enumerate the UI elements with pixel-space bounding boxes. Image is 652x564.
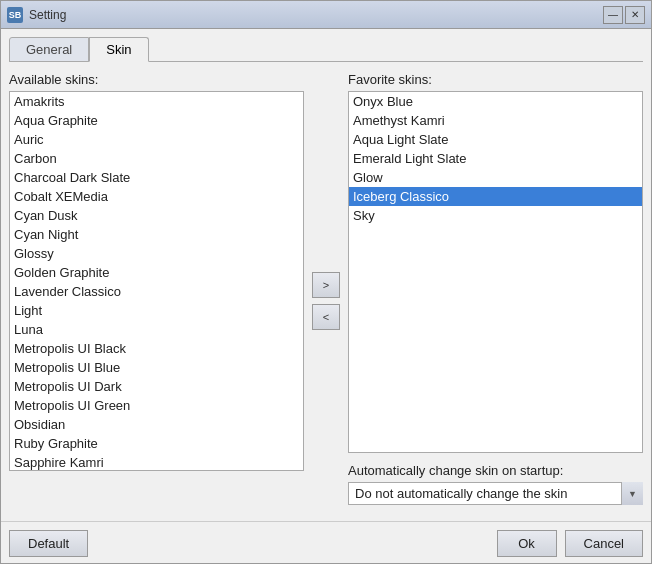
middle-buttons: > < bbox=[304, 96, 348, 505]
bottom-bar: Default Ok Cancel bbox=[1, 521, 651, 563]
remove-from-favorites-button[interactable]: < bbox=[312, 304, 340, 330]
favorite-skins-label: Favorite skins: bbox=[348, 72, 643, 87]
favorite-skin-item[interactable]: Aqua Light Slate bbox=[349, 130, 642, 149]
available-skin-item[interactable]: Carbon bbox=[10, 149, 303, 168]
available-skins-label: Available skins: bbox=[9, 72, 304, 87]
title-bar-buttons: — ✕ bbox=[603, 6, 645, 24]
content-area: General Skin Available skins: AmakritsAq… bbox=[1, 29, 651, 513]
available-skin-item[interactable]: Aqua Graphite bbox=[10, 111, 303, 130]
main-area: Available skins: AmakritsAqua GraphiteAu… bbox=[9, 72, 643, 505]
available-skins-list[interactable]: AmakritsAqua GraphiteAuricCarbonCharcoal… bbox=[9, 91, 304, 471]
favorite-skins-list[interactable]: Onyx BlueAmethyst KamriAqua Light SlateE… bbox=[348, 91, 643, 453]
available-skin-item[interactable]: Metropolis UI Green bbox=[10, 396, 303, 415]
available-skin-item[interactable]: Light bbox=[10, 301, 303, 320]
window-title: Setting bbox=[29, 8, 603, 22]
favorite-skin-item[interactable]: Emerald Light Slate bbox=[349, 149, 642, 168]
ok-button[interactable]: Ok bbox=[497, 530, 557, 557]
available-skin-item[interactable]: Golden Graphite bbox=[10, 263, 303, 282]
add-to-favorites-button[interactable]: > bbox=[312, 272, 340, 298]
window: SB Setting — ✕ General Skin Availab bbox=[0, 0, 652, 564]
available-skin-item[interactable]: Glossy bbox=[10, 244, 303, 263]
favorite-skin-item[interactable]: Onyx Blue bbox=[349, 92, 642, 111]
startup-label: Automatically change skin on startup: bbox=[348, 463, 643, 478]
favorite-skin-item[interactable]: Amethyst Kamri bbox=[349, 111, 642, 130]
default-button[interactable]: Default bbox=[9, 530, 88, 557]
available-skin-item[interactable]: Luna bbox=[10, 320, 303, 339]
startup-dropdown-wrapper: Do not automatically change the skinRand… bbox=[348, 482, 643, 505]
left-panel: Available skins: AmakritsAqua GraphiteAu… bbox=[9, 72, 304, 505]
title-bar: SB Setting — ✕ bbox=[1, 1, 651, 29]
startup-section: Automatically change skin on startup: Do… bbox=[348, 463, 643, 505]
favorite-skin-item[interactable]: Glow bbox=[349, 168, 642, 187]
app-icon: SB bbox=[7, 7, 23, 23]
available-skin-item[interactable]: Metropolis UI Blue bbox=[10, 358, 303, 377]
available-skin-item[interactable]: Amakrits bbox=[10, 92, 303, 111]
available-skin-item[interactable]: Charcoal Dark Slate bbox=[10, 168, 303, 187]
available-skin-item[interactable]: Obsidian bbox=[10, 415, 303, 434]
favorite-skin-item[interactable]: Sky bbox=[349, 206, 642, 225]
minimize-button[interactable]: — bbox=[603, 6, 623, 24]
available-skin-item[interactable]: Sapphire Kamri bbox=[10, 453, 303, 471]
favorite-skin-item[interactable]: Iceberg Classico bbox=[349, 187, 642, 206]
tab-bar: General Skin bbox=[9, 37, 643, 62]
available-skin-item[interactable]: Auric bbox=[10, 130, 303, 149]
right-action-buttons: Ok Cancel bbox=[497, 530, 643, 557]
available-skin-item[interactable]: Metropolis UI Black bbox=[10, 339, 303, 358]
right-panel: Favorite skins: Onyx BlueAmethyst KamriA… bbox=[348, 72, 643, 505]
available-skin-item[interactable]: Ruby Graphite bbox=[10, 434, 303, 453]
available-skin-item[interactable]: Metropolis UI Dark bbox=[10, 377, 303, 396]
available-skin-item[interactable]: Cobalt XEMedia bbox=[10, 187, 303, 206]
available-skin-item[interactable]: Cyan Dusk bbox=[10, 206, 303, 225]
close-button[interactable]: ✕ bbox=[625, 6, 645, 24]
tab-general[interactable]: General bbox=[9, 37, 89, 62]
cancel-button[interactable]: Cancel bbox=[565, 530, 643, 557]
available-skin-item[interactable]: Lavender Classico bbox=[10, 282, 303, 301]
startup-dropdown[interactable]: Do not automatically change the skinRand… bbox=[348, 482, 643, 505]
available-skin-item[interactable]: Cyan Night bbox=[10, 225, 303, 244]
tab-skin[interactable]: Skin bbox=[89, 37, 148, 62]
